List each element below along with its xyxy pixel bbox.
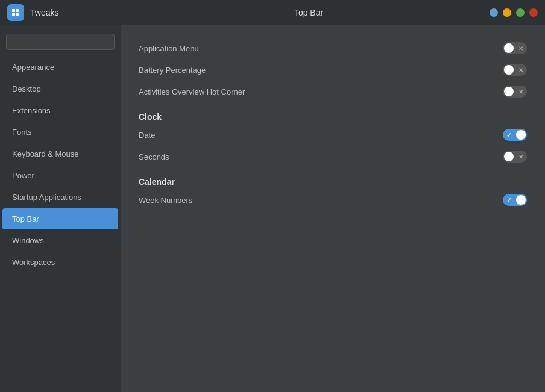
toggle-activities-overview-hot-corner[interactable]: ✕ [503, 86, 527, 98]
sidebar: 🔍 AppearanceDesktopExtensionsFontsKeyboa… [0, 25, 121, 392]
toggle-x-icon: ✕ [518, 67, 523, 73]
sidebar-item-fonts[interactable]: Fonts [2, 122, 118, 143]
sidebar-item-startup-applications[interactable]: Startup Applications [2, 187, 118, 208]
main-layout: 🔍 AppearanceDesktopExtensionsFontsKeyboa… [0, 25, 545, 392]
title-bar: Tweaks Top Bar [0, 0, 545, 25]
toggle-knob [504, 152, 514, 161]
toggle-week-numbers[interactable]: ✓ [503, 194, 527, 206]
content-area: Application Menu✕Battery Percentage✕Acti… [121, 25, 545, 392]
sidebar-item-windows[interactable]: Windows [2, 230, 118, 251]
settings-row-application-menu: Application Menu✕ [139, 37, 527, 59]
toggle-x-icon: ✕ [518, 154, 523, 160]
toggle-battery-percentage[interactable]: ✕ [503, 64, 527, 76]
search-input[interactable] [6, 34, 115, 50]
toggle-x-icon: ✕ [518, 45, 523, 52]
section-heading-calendar: Calendar [139, 177, 527, 187]
window-control-info[interactable] [490, 8, 498, 17]
toggle-seconds[interactable]: ✕ [503, 151, 527, 163]
toggle-check-icon: ✓ [506, 197, 511, 204]
toggle-date[interactable]: ✓ [503, 129, 527, 141]
app-icon-button[interactable] [7, 4, 24, 21]
toggle-application-menu[interactable]: ✕ [503, 42, 527, 54]
settings-row-seconds: Seconds✕ [139, 146, 527, 167]
sidebar-item-keyboard-mouse[interactable]: Keyboard & Mouse [2, 143, 118, 164]
toggle-check-icon: ✓ [506, 132, 511, 138]
svg-rect-2 [12, 13, 15, 16]
settings-label-battery-percentage: Battery Percentage [139, 66, 206, 75]
window-controls [490, 8, 538, 17]
sidebar-item-power[interactable]: Power [2, 165, 118, 186]
toggle-knob [516, 195, 526, 205]
toggle-knob [504, 87, 514, 96]
settings-label-seconds: Seconds [139, 152, 169, 161]
content-sections: Application Menu✕Battery Percentage✕Acti… [139, 37, 527, 211]
sidebar-item-appearance[interactable]: Appearance [2, 57, 118, 78]
settings-label-date: Date [139, 131, 155, 140]
title-bar-left: Tweaks [7, 4, 128, 21]
settings-row-activities-overview-hot-corner: Activities Overview Hot Corner✕ [139, 81, 527, 102]
settings-row-week-numbers: Week Numbers✓ [139, 189, 527, 211]
toggle-knob [504, 43, 514, 53]
settings-row-battery-percentage: Battery Percentage✕ [139, 59, 527, 81]
page-title: Top Bar [128, 8, 490, 17]
search-box-container: 🔍 [0, 30, 121, 56]
app-title: Tweaks [30, 8, 58, 17]
search-wrapper: 🔍 [6, 34, 115, 50]
settings-row-date: Date✓ [139, 124, 527, 146]
settings-label-application-menu: Application Menu [139, 44, 199, 53]
settings-label-week-numbers: Week Numbers [139, 196, 192, 205]
section-heading-clock: Clock [139, 112, 527, 122]
toggle-knob [516, 130, 526, 140]
sidebar-item-desktop[interactable]: Desktop [2, 78, 118, 99]
window-control-close[interactable] [529, 8, 538, 17]
toggle-x-icon: ✕ [518, 89, 523, 95]
svg-rect-0 [12, 9, 15, 12]
window-control-minimize[interactable] [503, 8, 511, 17]
window-control-maximize[interactable] [516, 8, 525, 17]
sidebar-item-workspaces[interactable]: Workspaces [2, 252, 118, 273]
nav-items: AppearanceDesktopExtensionsFontsKeyboard… [0, 56, 121, 273]
sidebar-item-top-bar[interactable]: Top Bar [2, 208, 118, 229]
svg-rect-3 [16, 13, 19, 16]
sidebar-item-extensions[interactable]: Extensions [2, 100, 118, 121]
settings-label-activities-overview-hot-corner: Activities Overview Hot Corner [139, 87, 245, 96]
svg-rect-1 [16, 9, 19, 12]
toggle-knob [504, 65, 514, 75]
